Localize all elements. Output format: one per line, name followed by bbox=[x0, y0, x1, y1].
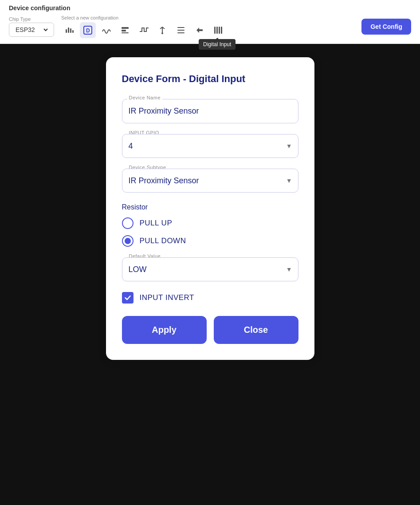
input-invert-label: INPUT INVERT bbox=[140, 293, 194, 302]
device-config-title: Device configuration bbox=[9, 4, 411, 12]
action-buttons: Apply Close bbox=[122, 316, 298, 344]
get-config-button[interactable]: Get Config bbox=[361, 19, 411, 35]
svg-rect-1 bbox=[68, 28, 69, 33]
resistor-label: Resistor bbox=[122, 203, 298, 211]
input-invert-row[interactable]: INPUT INVERT bbox=[122, 292, 298, 304]
svg-rect-3 bbox=[72, 30, 74, 33]
pull-up-radio-label: PULL UP bbox=[140, 219, 173, 228]
input-gpio-select[interactable]: 4 5 12 13 14 18 19 21 bbox=[122, 134, 298, 158]
close-button[interactable]: Close bbox=[214, 316, 298, 344]
form-title: Device Form - Digital Input bbox=[122, 73, 298, 85]
pull-down-radio-item[interactable]: PULL DOWN bbox=[122, 235, 298, 247]
device-subtype-select[interactable]: IR Proximity Sensor Button Motion Sensor bbox=[122, 169, 298, 193]
svg-rect-13 bbox=[214, 27, 216, 34]
chip-type-select[interactable]: ESP32 ESP8266 bbox=[9, 23, 54, 37]
default-value-group: Default Value LOW HIGH ▼ bbox=[122, 257, 298, 281]
input-gpio-select-wrapper: 4 5 12 13 14 18 19 21 ▼ bbox=[122, 134, 298, 158]
icon-btn-uart[interactable] bbox=[117, 22, 133, 38]
svg-rect-14 bbox=[216, 27, 218, 34]
main-area: Device Form - Digital Input Device Name … bbox=[0, 44, 420, 505]
device-subtype-select-wrapper: IR Proximity Sensor Button Motion Sensor… bbox=[122, 169, 298, 193]
device-name-group: Device Name bbox=[122, 99, 298, 123]
svg-rect-15 bbox=[219, 27, 220, 34]
svg-rect-7 bbox=[122, 30, 126, 32]
icon-btn-switch[interactable] bbox=[192, 22, 208, 38]
chip-type-wrapper: Chip Type ESP32 ESP8266 bbox=[9, 16, 54, 37]
svg-rect-6 bbox=[122, 27, 129, 29]
resistor-radio-group: PULL UP PULL DOWN bbox=[122, 217, 298, 247]
pull-up-radio-circle[interactable] bbox=[122, 217, 133, 229]
svg-rect-12 bbox=[177, 32, 184, 33]
icon-btn-strip[interactable] bbox=[210, 22, 226, 38]
svg-rect-16 bbox=[221, 27, 222, 34]
svg-point-9 bbox=[161, 32, 163, 34]
pull-down-radio-circle[interactable] bbox=[122, 235, 133, 247]
icon-btn-1[interactable] bbox=[61, 22, 77, 38]
top-bar: Device configuration Chip Type ESP32 ESP… bbox=[0, 0, 420, 44]
icon-btn-relay[interactable] bbox=[154, 22, 170, 38]
input-gpio-group: INPUT GPIO 4 5 12 13 14 18 19 21 ▼ bbox=[122, 134, 298, 158]
icon-btn-digital-input[interactable]: D bbox=[80, 22, 96, 38]
svg-rect-2 bbox=[70, 28, 71, 33]
svg-text:D: D bbox=[86, 28, 90, 34]
icon-btn-pulse[interactable] bbox=[136, 22, 152, 38]
icons-row: D bbox=[61, 22, 354, 38]
icon-btn-analog[interactable] bbox=[98, 22, 114, 38]
input-invert-checkbox[interactable] bbox=[122, 292, 133, 304]
svg-rect-0 bbox=[66, 29, 67, 33]
device-form-card: Device Form - Digital Input Device Name … bbox=[106, 57, 314, 360]
pull-up-radio-item[interactable]: PULL UP bbox=[122, 217, 298, 229]
apply-button[interactable]: Apply bbox=[122, 316, 207, 344]
svg-rect-8 bbox=[122, 32, 129, 33]
config-section: Select a new configuration Digital Input… bbox=[61, 15, 354, 38]
chip-type-dropdown[interactable]: ESP32 ESP8266 bbox=[14, 26, 49, 34]
default-value-select[interactable]: LOW HIGH bbox=[122, 257, 298, 281]
pull-down-radio-label: PULL DOWN bbox=[140, 237, 186, 245]
svg-rect-11 bbox=[177, 30, 184, 31]
svg-rect-10 bbox=[177, 27, 184, 28]
config-section-label: Select a new configuration bbox=[61, 15, 354, 20]
device-subtype-group: Device Subtype IR Proximity Sensor Butto… bbox=[122, 169, 298, 193]
default-value-select-wrapper: LOW HIGH ▼ bbox=[122, 257, 298, 281]
chip-type-label: Chip Type bbox=[9, 16, 54, 22]
icon-btn-counter[interactable] bbox=[173, 22, 189, 38]
device-name-input[interactable] bbox=[122, 99, 298, 123]
